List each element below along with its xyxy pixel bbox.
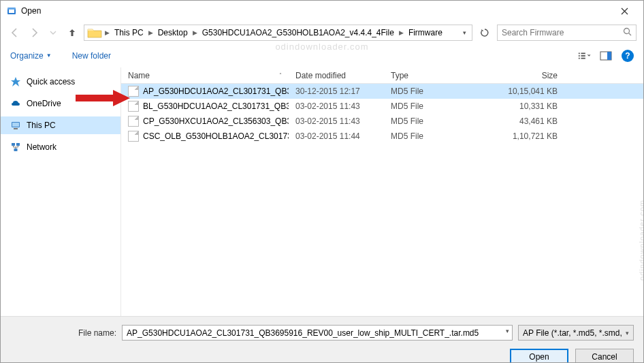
file-date: 03-02-2015 11:43 <box>289 116 384 126</box>
file-size: 1,10,721 KB <box>483 131 571 141</box>
folder-icon <box>87 27 102 39</box>
chevron-right-icon[interactable]: ▶ <box>398 29 405 36</box>
svg-rect-14 <box>14 128 18 129</box>
quick-access-icon <box>10 76 21 87</box>
column-type[interactable]: Type <box>384 71 483 80</box>
back-button[interactable] <box>7 25 22 40</box>
chevron-down-icon[interactable]: ▾ <box>460 29 469 36</box>
recent-button[interactable] <box>46 25 61 40</box>
column-date[interactable]: Date modified <box>289 71 384 80</box>
file-date: 30-12-2015 12:17 <box>289 86 384 96</box>
svg-rect-7 <box>581 52 585 54</box>
column-size[interactable]: Size <box>483 71 571 80</box>
chevron-right-icon[interactable]: ▶ <box>191 29 199 36</box>
file-row[interactable]: AP_G530HDCU1AOA2_CL301731_QB3695... 30-1… <box>121 84 643 99</box>
file-name: CP_G530HXCU1AOA2_CL356303_QB3691... <box>143 116 289 126</box>
svg-rect-5 <box>579 55 580 57</box>
file-icon <box>128 86 139 97</box>
sort-indicator-icon: ˄ <box>279 72 282 78</box>
svg-rect-9 <box>581 57 585 59</box>
organize-label: Organize <box>10 51 44 61</box>
breadcrumb-item[interactable]: G530HDCU1AOA2_G530HOLB1AOA2_v4.4.4_4File <box>200 27 396 39</box>
toolbar: Organize ▼ New folder ? <box>1 44 643 67</box>
file-type: MD5 File <box>384 116 483 126</box>
sidebar-item-label: Network <box>27 142 57 152</box>
help-button[interactable]: ? <box>622 50 634 62</box>
window-title: Open <box>21 6 611 16</box>
file-size: 10,331 KB <box>483 101 571 111</box>
svg-rect-1 <box>7 7 16 10</box>
file-icon <box>128 101 139 112</box>
filename-label: File name: <box>78 328 116 338</box>
breadcrumb[interactable]: ▶ This PC ▶ Desktop ▶ G530HDCU1AOA2_G530… <box>84 25 472 41</box>
file-row[interactable]: BL_G530HDCU1AOA2_CL301731_QB3695... 03-0… <box>121 99 643 114</box>
up-button[interactable] <box>65 25 80 40</box>
file-name: BL_G530HDCU1AOA2_CL301731_QB3695... <box>143 101 289 111</box>
breadcrumb-item[interactable]: Firmware <box>406 27 445 39</box>
chevron-right-icon[interactable]: ▶ <box>103 29 111 36</box>
navbar: ▶ This PC ▶ Desktop ▶ G530HDCU1AOA2_G530… <box>1 21 643 44</box>
svg-rect-6 <box>579 57 580 59</box>
refresh-button[interactable] <box>477 25 493 41</box>
file-icon <box>128 131 139 142</box>
file-row[interactable]: CP_G530HXCU1AOA2_CL356303_QB3691... 03-0… <box>121 114 643 129</box>
file-row[interactable]: CSC_OLB_G530HOLB1AOA2_CL301731_Q... 03-0… <box>121 129 643 144</box>
column-headers: Name˄ Date modified Type Size <box>121 67 643 84</box>
this-pc-icon <box>10 120 21 131</box>
filter-label: AP File (*.tar, *.md5, *.smd, *.gz <box>523 328 623 338</box>
svg-point-3 <box>624 29 630 34</box>
network-icon <box>10 142 21 153</box>
svg-rect-13 <box>12 123 19 127</box>
file-icon <box>128 116 139 127</box>
organize-menu[interactable]: Organize ▼ <box>10 51 52 61</box>
file-type-filter[interactable]: AP File (*.tar, *.md5, *.smd, *.gz ▾ <box>518 325 634 341</box>
onedrive-icon <box>10 98 21 109</box>
file-rows: AP_G530HDCU1AOA2_CL301731_QB3695... 30-1… <box>121 84 643 316</box>
breadcrumb-item[interactable]: This PC <box>112 27 146 39</box>
sidebar-item-label: Quick access <box>27 77 75 86</box>
svg-rect-2 <box>9 10 14 13</box>
search-input[interactable] <box>502 28 623 37</box>
new-folder-button[interactable]: New folder <box>72 51 111 61</box>
view-options-button[interactable] <box>578 50 590 62</box>
cancel-button[interactable]: Cancel <box>575 349 634 363</box>
app-icon <box>6 5 17 16</box>
forward-button[interactable] <box>27 25 42 40</box>
search-box[interactable] <box>497 25 637 41</box>
chevron-down-icon[interactable]: ▾ <box>506 328 509 334</box>
breadcrumb-item[interactable]: Desktop <box>156 27 190 39</box>
file-size: 10,15,041 KB <box>483 86 571 96</box>
file-name: CSC_OLB_G530HOLB1AOA2_CL301731_Q... <box>143 131 289 141</box>
bottom-panel: File name: ▾ AP File (*.tar, *.md5, *.sm… <box>1 316 643 363</box>
sidebar-item-label: OneDrive <box>27 99 61 108</box>
sidebar-item-quick-access[interactable]: Quick access <box>1 73 120 91</box>
svg-rect-15 <box>12 143 15 146</box>
titlebar: Open <box>1 1 643 21</box>
file-size: 43,461 KB <box>483 116 571 126</box>
preview-pane-button[interactable] <box>600 50 612 62</box>
sidebar: Quick access OneDrive This PC Network <box>1 67 121 316</box>
file-date: 03-02-2015 11:43 <box>289 101 384 111</box>
main-area: Quick access OneDrive This PC Network Na… <box>1 67 643 316</box>
chevron-right-icon[interactable]: ▶ <box>147 29 155 36</box>
sidebar-item-this-pc[interactable]: This PC <box>1 116 120 134</box>
open-button[interactable]: Open <box>510 349 568 363</box>
svg-rect-8 <box>581 55 585 57</box>
sidebar-item-onedrive[interactable]: OneDrive <box>1 95 120 112</box>
svg-rect-17 <box>14 148 18 151</box>
svg-rect-4 <box>579 52 580 54</box>
chevron-down-icon: ▾ <box>626 330 629 336</box>
sidebar-item-network[interactable]: Network <box>1 138 120 156</box>
svg-rect-16 <box>16 143 20 146</box>
chevron-down-icon: ▼ <box>46 52 52 59</box>
sidebar-item-label: This PC <box>27 121 56 130</box>
search-icon[interactable] <box>623 27 632 38</box>
file-list: Name˄ Date modified Type Size AP_G530HDC… <box>121 67 643 316</box>
file-type: MD5 File <box>384 131 483 141</box>
file-name: AP_G530HDCU1AOA2_CL301731_QB3695... <box>143 86 289 96</box>
close-button[interactable] <box>611 1 638 21</box>
file-type: MD5 File <box>384 86 483 96</box>
filename-input[interactable] <box>122 325 513 341</box>
column-name[interactable]: Name˄ <box>121 71 289 80</box>
file-date: 03-02-2015 11:44 <box>289 131 384 141</box>
